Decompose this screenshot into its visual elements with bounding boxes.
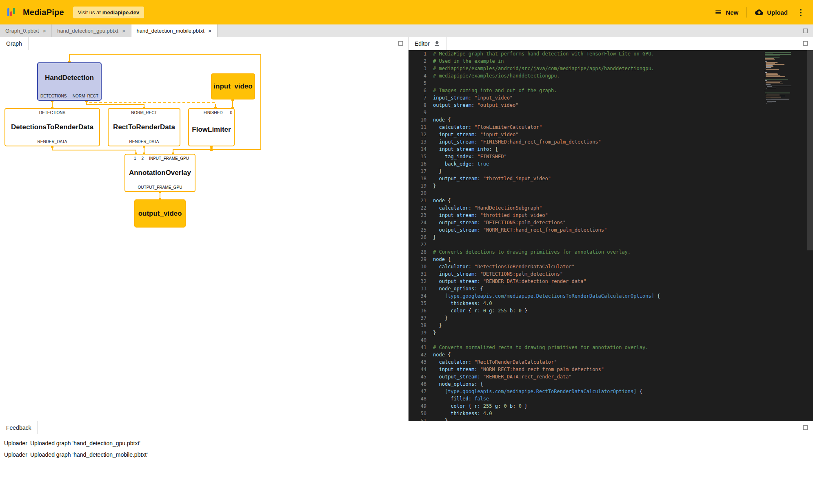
code-line[interactable]: 18 output_stream: "throttled_input_video… [409,175,813,182]
tab-close-icon[interactable]: × [42,28,46,34]
tab-editor[interactable]: Editor [409,37,447,50]
mediapipe-dev-link[interactable]: mediapipe.dev [102,9,139,15]
code-line[interactable]: 50 thickness: 4.0 [409,410,813,417]
file-tab[interactable]: Graph_0.pbtxt× [0,24,52,37]
code-line[interactable]: 1# MediaPipe graph that performs hand de… [409,50,813,57]
code-line[interactable]: 43 calculator: "RectToRenderDataCalculat… [409,358,813,366]
line-number: 3 [409,65,433,72]
code-line[interactable]: 4# mediapipie/examples/ios/handdetection… [409,72,813,80]
upload-button[interactable]: Upload [753,8,790,17]
editor-minimap[interactable] [765,52,806,104]
line-number: 12 [409,131,433,138]
code-line[interactable]: 46 node_options: { [409,380,813,388]
code-line[interactable]: 30 calculator: "DetectionsToRenderDataCa… [409,263,813,270]
code-line[interactable]: 20 [409,190,813,197]
code-line[interactable]: 32 output_stream: "RENDER_DATA:detection… [409,278,813,285]
code-line[interactable]: 45 output_stream: "RENDER_DATA:rect_rend… [409,373,813,380]
feedback-expand-icon[interactable] [803,425,808,430]
code-line[interactable]: 27 [409,241,813,248]
minimap-line [766,88,766,89]
tab-close-icon[interactable]: × [208,28,212,34]
graph-node-hand-detection[interactable]: HandDetection DETECTIONS NORM_RECT [37,62,102,101]
minimap-line [766,67,771,68]
code-line[interactable]: 3# mediapipie/examples/android/src/java/… [409,65,813,72]
code-line[interactable]: 39} [409,329,813,336]
code-line[interactable]: 22 calculator: "HandDetectionSubgraph" [409,204,813,212]
editor-expand-icon[interactable] [803,41,808,46]
code-line[interactable]: 7input_stream: "input_video" [409,94,813,102]
code-line[interactable]: 24 output_stream: "DETECTIONS:palm_detec… [409,219,813,226]
code-line[interactable]: 13 input_stream: "FINISHED:hand_rect_fro… [409,138,813,146]
graph-expand-icon[interactable] [398,41,403,46]
code-line[interactable]: 17 } [409,168,813,175]
code-line[interactable]: 33 node_options: { [409,285,813,292]
code-line[interactable]: 19} [409,182,813,190]
graph-node-flow-limiter[interactable]: FINISHED 0 FlowLimiter [188,108,235,146]
code-line[interactable]: 49 color { r: 255 g: 0 b: 0 } [409,402,813,410]
code-line[interactable]: 25 output_stream: "NORM_RECT:hand_rect_f… [409,226,813,234]
graph-node-annotation-overlay[interactable]: 1 2 INPUT_FRAME_GPU AnnotationOverlay OU… [124,154,195,192]
upload-button-label: Upload [767,9,788,16]
tabbar-expand-icon[interactable] [803,29,808,33]
scrollbar-thumb[interactable] [807,50,813,250]
file-tab[interactable]: hand_detection_gpu.pbtxt× [52,24,131,37]
line-number: 43 [409,358,433,366]
code-line[interactable]: 8output_stream: "output_video" [409,102,813,109]
edge-render-data-1 [52,146,136,154]
graph-node-input-video[interactable]: input_video [211,73,255,99]
tab-graph[interactable]: Graph [0,37,29,50]
file-tab[interactable]: hand_detection_mobile.pbtxt× [131,24,218,37]
port-label: NORM_RECT [131,111,157,115]
tab-close-icon[interactable]: × [122,28,126,34]
code-line[interactable]: 31 input_stream: "DETECTIONS:palm_detect… [409,270,813,278]
minimap-line [765,52,791,53]
editor-scrollbar[interactable] [807,50,813,421]
code-line[interactable]: 35 thickness: 4.0 [409,300,813,307]
code-editor[interactable]: 1# MediaPipe graph that performs hand de… [409,50,813,421]
code-line[interactable]: 10node { [409,116,813,124]
graph-node-rect-to-render-data[interactable]: NORM_RECT RectToRenderData RENDER_DATA [108,108,180,146]
graph-canvas[interactable]: HandDetection DETECTIONS NORM_RECT input… [0,50,408,421]
more-options-button[interactable]: ⋮ [796,7,806,17]
code-line[interactable]: 28# Converts detections to drawing primi… [409,248,813,256]
code-line[interactable]: 42node { [409,351,813,358]
code-line[interactable]: 2# Used in the example in [409,57,813,65]
code-line[interactable]: 16 back_edge: true [409,160,813,168]
download-graph-icon[interactable] [433,40,440,47]
code-line[interactable]: 51 } [409,417,813,421]
code-line[interactable]: 37 } [409,314,813,322]
code-line[interactable]: 34 [type.googleapis.com/mediapipe.Detect… [409,292,813,300]
port-label: DETECTIONS [39,111,65,115]
code-line[interactable]: 26} [409,234,813,241]
code-line[interactable]: 14 input_stream_info: { [409,146,813,153]
code-line[interactable]: 6# Images coming into and out of the gra… [409,87,813,94]
code-line[interactable]: 21node { [409,197,813,204]
feedback-log: UploaderUploaded graph 'hand_detection_g… [0,434,813,460]
code-line[interactable]: 48 filled: false [409,395,813,402]
code-line[interactable]: 11 calculator: "FlowLimiterCalculator" [409,124,813,131]
code-line[interactable]: 44 input_stream: "NORM_RECT:hand_rect_fr… [409,366,813,373]
line-content: input_stream: "DETECTIONS:palm_detection… [433,270,563,278]
line-number: 11 [409,124,433,131]
new-button[interactable]: New [712,8,741,16]
line-content: # mediapipie/examples/ios/handdetectiong… [433,72,560,80]
code-line[interactable]: 9 [409,109,813,116]
line-content: node { [433,256,451,263]
graph-node-output-video[interactable]: output_video [134,199,186,228]
minimap-line [766,82,782,82]
code-line[interactable]: 15 tag_index: "FINISHED" [409,153,813,160]
code-line[interactable]: 40 [409,336,813,344]
code-line[interactable]: 47 [type.googleapis.com/mediapipe.RectTo… [409,388,813,395]
line-number: 17 [409,168,433,175]
code-line[interactable]: 41# Converts normalized rects to drawing… [409,344,813,351]
code-line[interactable]: 38 } [409,322,813,329]
code-line[interactable]: 12 input_stream: "input_video" [409,131,813,138]
code-line[interactable]: 29node { [409,256,813,263]
graph-node-detections-to-render-data[interactable]: DETECTIONS DetectionsToRenderData RENDER… [4,108,100,146]
line-number: 50 [409,410,433,417]
code-line[interactable]: 5 [409,80,813,87]
code-line[interactable]: 36 color { r: 0 g: 255 b: 0 } [409,307,813,314]
code-line[interactable]: 23 input_stream: "throttled_input_video" [409,212,813,219]
file-tab-label: Graph_0.pbtxt [5,28,39,34]
tab-feedback[interactable]: Feedback [0,421,38,434]
